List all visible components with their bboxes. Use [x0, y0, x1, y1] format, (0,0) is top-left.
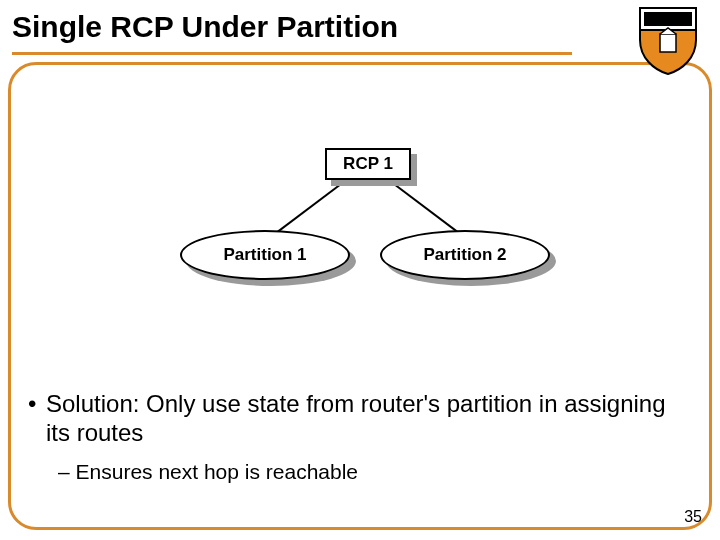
rcp-label: RCP 1	[343, 154, 393, 174]
princeton-shield-icon	[638, 6, 698, 76]
page-number: 35	[684, 508, 702, 526]
bullet-main: • Solution: Only use state from router's…	[28, 390, 692, 448]
svg-rect-0	[660, 34, 676, 52]
partition1-label: Partition 1	[223, 245, 306, 265]
subbullet: – Ensures next hop is reachable	[58, 460, 692, 484]
partition2-label: Partition 2	[423, 245, 506, 265]
partition1-ellipse: Partition 1	[180, 230, 350, 280]
title-area: Single RCP Under Partition	[12, 10, 600, 50]
rcp-box: RCP 1	[325, 148, 411, 180]
title-underline	[12, 52, 572, 55]
slide-title: Single RCP Under Partition	[12, 10, 600, 50]
bullet-marker: •	[28, 390, 46, 448]
diagram-area: RCP 1 Partition 1 Partition 2	[0, 140, 720, 320]
bullet-text: Solution: Only use state from router's p…	[46, 390, 692, 448]
partition2-ellipse: Partition 2	[380, 230, 550, 280]
subbullet-text: Ensures next hop is reachable	[76, 460, 359, 483]
subbullet-marker: –	[58, 460, 70, 483]
slide: Single RCP Under Partition RCP 1 Partiti…	[0, 0, 720, 540]
